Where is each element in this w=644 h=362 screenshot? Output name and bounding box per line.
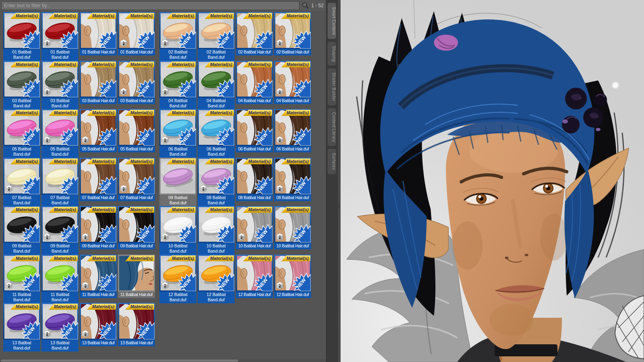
asset-tile[interactable]: Material(s) NEW05 Batibat Band.duf (3, 109, 40, 158)
tab-shader-builder[interactable]: Shader Builder (328, 68, 336, 105)
asset-tile[interactable]: Material(s) NEW 05 Batibat Band.duf (41, 109, 78, 158)
asset-tile[interactable]: Material(s) NEW 02 Batibat Hair.duf (274, 12, 311, 61)
asset-tile[interactable]: Material(s) NEW 12 Batibat Hair.duf (274, 255, 311, 303)
new-ribbon: NEW (98, 321, 116, 339)
splitter-collapse-arrows[interactable]: ◄► (338, 203, 340, 208)
asset-tile[interactable]: Material(s) NEW 08 Batibat Hair.duf (274, 158, 311, 206)
asset-tile[interactable]: Material(s) NEW 06 Batibat Hair.duf (274, 109, 311, 158)
asset-tile[interactable]: Material(s) NEW 01 Batibat Band.duf (41, 12, 78, 61)
asset-tile[interactable]: Material(s) NEW03 Batibat Band.duf (3, 61, 40, 109)
asset-label: 13 Batibat Hair.duf (80, 340, 117, 346)
new-ribbon: NEW (254, 79, 272, 97)
asset-tile[interactable]: Material(s) NEW02 Batibat Band.duf (198, 12, 235, 61)
asset-label: 04 Batibat Hair.duf (236, 98, 273, 104)
asset-tile[interactable]: Material(s) NEW 06 Batibat Band.duf (159, 109, 196, 158)
asset-tile[interactable]: Material(s) NEW 02 Batibat Band.duf (159, 12, 196, 61)
asset-tile[interactable]: Material(s) NEW 07 Batibat Band.duf (3, 158, 40, 206)
content-cube-icon (161, 136, 169, 144)
asset-thumbnail: Material(s) NEW (3, 206, 40, 243)
asset-tile[interactable]: Material(s) NEW04 Batibat Band.duf (198, 61, 235, 109)
filter-input[interactable] (1, 1, 299, 10)
pane-splitter[interactable]: ◄► (337, 0, 341, 362)
asset-tile[interactable]: Material(s) NEW07 Batibat Band.duf (41, 158, 78, 206)
asset-tile[interactable]: Material(s) NEW 13 Batibat Hair.duf (80, 303, 117, 352)
asset-tile[interactable]: Material(s) NEW06 Batibat Hair.duf (236, 109, 273, 158)
tab-surfaces[interactable]: Surfaces (328, 149, 336, 174)
asset-tile[interactable]: Material(s) NEW 11 Batibat Band.duf (3, 255, 40, 303)
tile-group-01: Material(s) NEW01 Batibat Band.duf Mater… (3, 12, 155, 61)
content-cube-icon (81, 330, 89, 338)
asset-tile[interactable]: Material(s) NEW 01 Batibat Hair.duf (118, 12, 155, 61)
asset-tile[interactable]: Material(s) NEW 09 Batibat Band.duf (41, 206, 78, 255)
asset-tile[interactable]: Material(s) NEW 03 Batibat Hair.duf (118, 61, 155, 109)
asset-tile[interactable]: Material(s) NEW07 Batibat Hair.duf (80, 158, 117, 206)
asset-tile[interactable]: Material(s) NEW05 Batibat Hair.duf (118, 109, 155, 158)
asset-tile[interactable]: Material(s) NEW08 Batibat Hair.duf (236, 158, 273, 206)
new-ribbon: NEW (60, 176, 78, 194)
asset-tile[interactable]: Material(s) NEW 10 Batibat Hair.duf (236, 206, 273, 255)
new-ribbon: NEW (178, 79, 196, 97)
asset-tile[interactable]: Material(s) NEW06 Batibat Band.duf (198, 109, 235, 158)
content-cube-icon (276, 233, 284, 241)
asset-tile[interactable]: Material(s) NEW09 Batibat Hair.duf (118, 206, 155, 255)
asset-label: 04 Batibat Hair.duf (274, 98, 311, 104)
asset-tile[interactable]: Material(s) NEW13 Batibat Band.duf (3, 303, 40, 352)
new-ribbon: NEW (21, 273, 40, 291)
asset-tile[interactable]: Material(s) NEW12 Batibat Band.duf (198, 255, 235, 303)
asset-thumbnail: Material(s) NEW (198, 61, 235, 98)
asset-tile[interactable]: Material(s) NEW03 Batibat Hair.duf (80, 61, 117, 109)
asset-tile[interactable]: Material(s) NEW12 Batibat Hair.duf (236, 255, 273, 303)
new-ribbon: NEW (21, 176, 40, 194)
new-ribbon: NEW (21, 79, 40, 97)
asset-thumbnail: Material(s) NEW (274, 12, 311, 49)
asset-tile[interactable]: Material(s) NEW 08 Batibat Band.duf (198, 158, 235, 206)
tile-group-07: Material(s) NEW 07 Batibat Band.duf Mate… (3, 158, 155, 206)
magnifier-icon[interactable] (302, 2, 309, 9)
content-cube-icon (81, 233, 89, 241)
asset-tile[interactable]: Material(s) NEW 11 Batibat Hair.duf (80, 255, 117, 303)
new-ribbon: NEW (216, 224, 234, 243)
asset-tile[interactable]: Material(s)08 Batibat Band.duf (159, 158, 196, 206)
asset-thumbnail: Material(s) NEW (80, 303, 117, 340)
asset-tile[interactable]: Material(s) NEW10 Batibat Band.duf (198, 206, 235, 255)
asset-tile[interactable]: Material(s) NEW 05 Batibat Hair.duf (80, 109, 117, 158)
asset-thumbnail: Material(s) NEW (274, 61, 311, 98)
asset-label: 01 Batibat Band.duf (3, 49, 40, 61)
asset-tile[interactable]: Material(s) NEW01 Batibat Hair.duf (80, 12, 117, 61)
asset-tile[interactable]: Material(s) NEW 04 Batibat Hair.duf (274, 61, 311, 109)
tab-smart-content[interactable]: Smart Content (328, 3, 336, 39)
asset-tile[interactable]: Material(s) NEW02 Batibat Hair.duf (236, 12, 273, 61)
asset-tile[interactable]: Material(s) NEW09 Batibat Band.duf (3, 206, 40, 255)
asset-label: 10 Batibat Hair.duf (274, 243, 311, 249)
asset-tile[interactable]: Material(s) NEW 10 Batibat Hair.duf (274, 206, 311, 255)
asset-tile[interactable]: Material(s) NEW 03 Batibat Band.duf (41, 61, 78, 109)
asset-tile[interactable]: Material(s) NEW 10 Batibat Band.duf (159, 206, 196, 255)
asset-tile[interactable]: Material(s) NEW01 Batibat Band.duf (3, 12, 40, 61)
asset-label: 08 Batibat Band.duf (159, 195, 196, 206)
asset-tile[interactable]: Material(s) NEW11 Batibat Band.duf (41, 255, 78, 303)
new-ribbon: NEW (136, 127, 155, 146)
asset-tile[interactable]: Material(s) NEW 12 Batibat Band.duf (159, 255, 196, 303)
asset-tile[interactable]: Material(s)11 Batibat Hair.duf (118, 255, 155, 303)
asset-label: 06 Batibat Hair.duf (274, 146, 311, 152)
asset-label: 11 Batibat Hair.duf (118, 292, 155, 298)
new-ribbon: NEW (254, 176, 272, 194)
viewport-3d[interactable] (341, 0, 644, 362)
asset-tile[interactable]: Material(s) NEW 13 Batibat Band.duf (41, 303, 78, 352)
tab-shaping[interactable]: Shaping (328, 42, 336, 66)
scrollbar-thumb[interactable] (1, 360, 238, 362)
asset-tile[interactable]: Material(s) NEW 07 Batibat Hair.duf (118, 158, 155, 206)
asset-label: 04 Batibat Band.duf (198, 98, 235, 109)
content-cube-icon (43, 136, 51, 144)
asset-tile[interactable]: Material(s) NEW13 Batibat Hair.duf (118, 303, 155, 352)
asset-label: 10 Batibat Band.duf (159, 243, 196, 255)
horizontal-scrollbar[interactable] (0, 359, 326, 362)
tab-content-library[interactable]: Content Library (328, 108, 336, 146)
new-ribbon: NEW (178, 30, 196, 49)
asset-tile[interactable]: Material(s) NEW 04 Batibat Band.duf (159, 61, 196, 109)
tile-group-11: Material(s) NEW 11 Batibat Band.duf Mate… (3, 255, 155, 303)
asset-tile[interactable]: Material(s) NEW 09 Batibat Hair.duf (80, 206, 117, 255)
tile-group-03: Material(s) NEW03 Batibat Band.duf Mater… (3, 61, 155, 109)
asset-tile[interactable]: Material(s) NEW04 Batibat Hair.duf (236, 61, 273, 109)
tile-row: Material(s) NEW05 Batibat Band.duf Mater… (3, 109, 326, 158)
